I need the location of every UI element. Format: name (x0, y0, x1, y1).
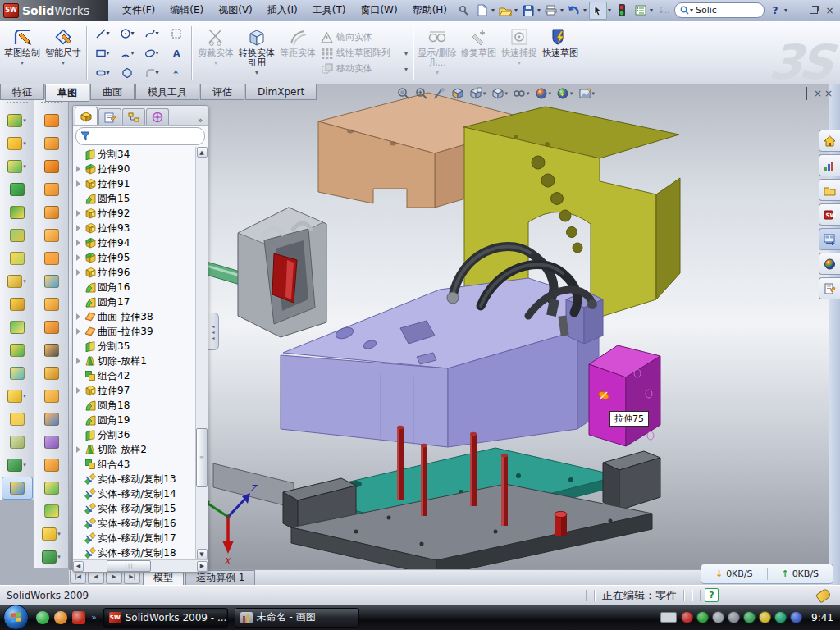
tab-草图[interactable]: 草图 (45, 84, 89, 102)
display-delete-relations-button[interactable]: 显示/删除几... ▾ (417, 23, 458, 83)
graphics-area[interactable]: Y Z X ▾▾▾▾✦▾▾ – × » 分割34 拉伸90 拉伸91 (69, 84, 829, 585)
revolved-surface-button[interactable] (36, 132, 67, 155)
tree-vertical-scrollbar[interactable]: ▲ ≡ ▼ (195, 147, 208, 559)
apply-scene-icon[interactable]: ✦▾ (555, 86, 575, 101)
tree-item[interactable]: 曲面-拉伸39 (75, 324, 208, 339)
edit-appearance-icon[interactable]: ▾ (533, 86, 554, 101)
surface-fillet-button[interactable] (36, 477, 67, 500)
rib-button[interactable] (2, 178, 33, 201)
tree-item[interactable]: 拉伸90 (75, 162, 208, 176)
tree-item[interactable]: 圆角17 (75, 294, 208, 309)
taskbar-clock[interactable]: 9:41 (811, 612, 833, 623)
untrim-surface-button[interactable] (36, 385, 67, 408)
tree-item[interactable]: 实体-移动/复制18 (75, 546, 208, 559)
quick-snaps-button[interactable]: 快速捕捉 ▾ (499, 23, 540, 83)
start-button[interactable] (3, 605, 29, 630)
menu-item[interactable]: 视图(V) (211, 0, 260, 21)
move-copy-body-button[interactable] (2, 362, 33, 385)
tab-特征[interactable]: 特征 (0, 84, 44, 100)
polygon-tool[interactable] (115, 63, 139, 83)
tray-volume-icon[interactable] (728, 611, 740, 623)
mirror-entities-button[interactable]: 镜向实体 (318, 30, 410, 44)
open-icon[interactable] (497, 2, 514, 19)
quick-launch-launcher-ball-icon[interactable] (54, 611, 67, 624)
tree-item[interactable]: 分割35 (75, 339, 208, 354)
tab-featuremanager[interactable] (75, 107, 98, 125)
tree-item[interactable]: 分割36 (75, 427, 208, 442)
tree-item[interactable]: 圆角15 (75, 191, 208, 206)
scroll-down-icon[interactable]: ▼ (197, 549, 208, 559)
save-caret-icon[interactable]: ▾ (537, 7, 541, 14)
options-caret-icon[interactable]: ▾ (650, 7, 653, 14)
filled-surface-button[interactable] (36, 224, 67, 247)
select-caret-icon[interactable]: ▾ (608, 7, 611, 14)
tree-item[interactable]: 实体-移动/复制16 (75, 516, 208, 531)
move-entities-button[interactable]: 移动实体 ▾ (318, 62, 410, 75)
task-pane-tab-solidworks-search[interactable]: SW (819, 203, 840, 226)
offset-entities-button[interactable]: 等距实体 (277, 23, 318, 83)
sketch-button[interactable]: 草图绘制 ▾ (2, 23, 43, 83)
boundary-surface-button[interactable] (36, 201, 67, 224)
tray-sync-device-icon[interactable] (743, 611, 756, 623)
task-pane-tab-design-library[interactable] (819, 154, 840, 176)
planar-surface-button[interactable] (36, 247, 67, 270)
slot-tool[interactable]: ▾ (90, 63, 115, 83)
extend-surface-button[interactable] (36, 408, 67, 431)
tray-shield-plus-icon[interactable] (774, 611, 787, 623)
scroll-up-icon[interactable]: ▲ (197, 147, 208, 158)
task-pane-tab-file-explorer[interactable] (819, 179, 840, 201)
tab-模具工具[interactable]: 模具工具 (135, 84, 199, 100)
tree-item[interactable]: 拉伸95 (75, 250, 208, 265)
convert-entities-button[interactable]: 转换实体引用 ▾ (236, 23, 277, 83)
delete-face-button[interactable] (36, 339, 67, 362)
print-icon[interactable] (543, 2, 559, 19)
point-tool[interactable]: * (164, 63, 189, 83)
parting-line-button[interactable] (36, 431, 67, 454)
tree-item[interactable]: 组合42 (75, 368, 208, 383)
rebuild-control-icon[interactable] (614, 2, 630, 19)
rapid-sketch-button[interactable]: 快速草图 (540, 23, 581, 83)
tree-item[interactable]: 拉伸91 (75, 176, 208, 191)
ellipse-tool[interactable]: ▾ (139, 43, 164, 63)
tree-filter-input[interactable] (75, 127, 205, 145)
quick-launch-overflow-icon[interactable]: » (91, 612, 97, 623)
tree-item[interactable]: 圆角16 (75, 280, 208, 294)
view-orientation-icon[interactable]: ▾ (468, 86, 488, 101)
tree-item[interactable]: 拉伸97 (75, 383, 208, 398)
repair-sketch-button[interactable]: 修复草图 (458, 23, 499, 83)
menu-item[interactable]: 工具(T) (305, 0, 354, 21)
helix-spiral-button[interactable]: ▾ (2, 454, 33, 477)
save-icon[interactable] (520, 2, 536, 19)
text-tool[interactable]: A (164, 43, 189, 63)
select-region-tool[interactable] (164, 24, 189, 43)
taskbar-window-solidworks[interactable]: SWSolidWorks 2009 - ... (103, 608, 228, 628)
tree-item[interactable]: 曲面-拉伸38 (75, 309, 208, 324)
menu-item[interactable]: 文件(F) (115, 0, 162, 21)
lofted-surface-button[interactable] (36, 178, 67, 201)
pin-icon[interactable] (455, 2, 472, 19)
tab-dimxpertmanager[interactable] (146, 108, 169, 125)
hole-wizard-button[interactable] (2, 247, 33, 270)
restore-button[interactable] (806, 4, 820, 16)
tab-propertymanager[interactable] (98, 108, 121, 125)
previous-view-icon[interactable] (431, 86, 448, 101)
extruded-boss-base-button[interactable]: ▾ (2, 109, 33, 132)
new-document-icon[interactable] (474, 2, 491, 19)
scroll-right-icon[interactable]: ▶ (197, 561, 208, 572)
tree-item[interactable]: 实体-移动/复制17 (75, 531, 208, 546)
open-caret-icon[interactable]: ▾ (514, 7, 518, 14)
tree-item[interactable]: 切除-放样1 (75, 354, 208, 368)
tree-item[interactable]: 圆角18 (75, 398, 208, 413)
linear-pattern-button[interactable]: ▾ (2, 270, 33, 293)
new-caret-icon[interactable]: ▾ (491, 7, 495, 14)
help-icon[interactable]: ? (767, 2, 783, 19)
combine-bodies-button[interactable] (2, 339, 33, 362)
tree-item[interactable]: 拉伸92 (75, 206, 208, 221)
taskbar-window-paint[interactable]: 未命名 - 画图 (235, 608, 359, 628)
input-language-icon[interactable] (660, 612, 677, 623)
tray-network-warning-icon[interactable] (759, 611, 771, 623)
revolve-cylinder-button[interactable] (36, 500, 67, 523)
menu-item[interactable]: 窗口(W) (353, 0, 404, 21)
task-pane-tab-home[interactable] (819, 130, 840, 152)
tree-item[interactable]: 实体-移动/复制13 (75, 472, 208, 486)
